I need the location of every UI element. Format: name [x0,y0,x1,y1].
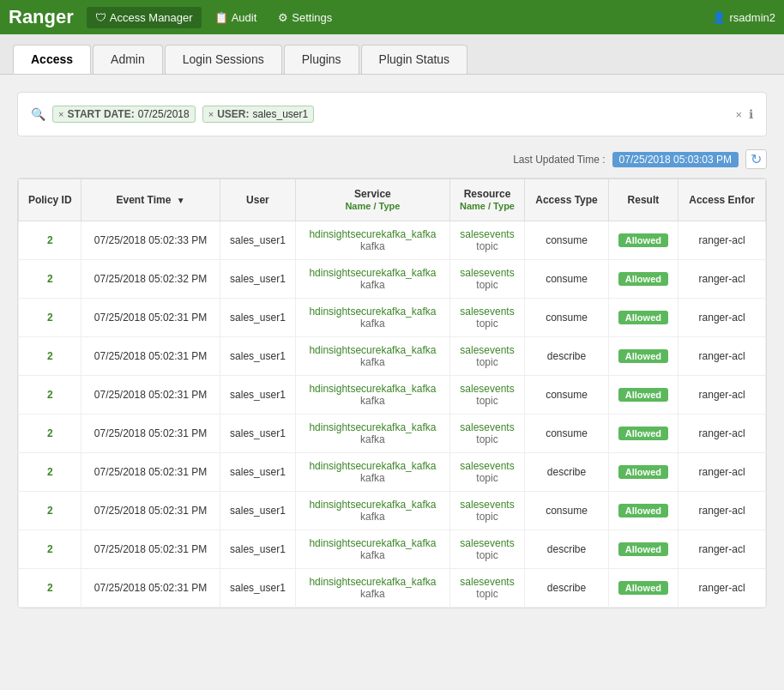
cell-access-type: describe [525,337,608,376]
app-header: Ranger 🛡 Access Manager 📋 Audit ⚙ Settin… [0,0,784,34]
cell-result: Allowed [608,376,678,415]
table-row: 2 07/25/2018 05:02:33 PM sales_user1 hdi… [19,221,766,260]
cell-result: Allowed [608,453,678,492]
cell-event-time: 07/25/2018 05:02:31 PM [81,530,220,569]
cell-event-time: 07/25/2018 05:02:31 PM [81,415,220,453]
cell-service: hdinsightsecurekafka_kafka kafka [296,337,449,376]
remove-start-date[interactable]: × [58,109,63,119]
cell-access-type: consume [525,299,608,337]
cell-resource: salesevents topic [449,337,525,376]
cell-event-time: 07/25/2018 05:02:31 PM [81,492,220,530]
refresh-button[interactable]: ↻ [745,149,767,169]
col-service: Service Name / Type [296,179,449,221]
nav-audit[interactable]: 📋 Audit [206,7,266,28]
cell-result: Allowed [608,260,678,299]
table-row: 2 07/25/2018 05:02:31 PM sales_user1 hdi… [19,530,766,569]
cell-access-enforcer: ranger-acl [678,453,766,492]
col-result: Result [608,179,678,221]
nav-settings[interactable]: ⚙ Settings [269,7,341,28]
table-row: 2 07/25/2018 05:02:31 PM sales_user1 hdi… [19,376,766,415]
cell-access-type: describe [525,569,608,608]
cell-event-time: 07/25/2018 05:02:31 PM [81,569,220,608]
cell-policy-id: 2 [19,415,81,453]
start-date-tag: × START DATE: 07/25/2018 [52,106,196,123]
cell-result: Allowed [608,492,678,530]
clear-search[interactable]: × [735,108,742,121]
cell-result: Allowed [608,337,678,376]
cell-resource: salesevents topic [449,492,525,530]
tabs: Access Admin Login Sessions Plugins Plug… [13,45,771,74]
cell-resource: salesevents topic [449,415,525,453]
cell-user: sales_user1 [220,299,296,337]
search-row: 🔍 × START DATE: 07/25/2018 × USER: sales… [31,106,753,123]
sort-arrow-event-time: ▼ [177,196,185,205]
cell-user: sales_user1 [220,530,296,569]
search-box: 🔍 × START DATE: 07/25/2018 × USER: sales… [17,92,767,136]
cell-policy-id: 2 [19,453,81,492]
cell-user: sales_user1 [220,453,296,492]
cell-resource: salesevents topic [449,453,525,492]
cell-user: sales_user1 [220,221,296,260]
tab-plugin-status[interactable]: Plugin Status [361,45,468,74]
cell-event-time: 07/25/2018 05:02:33 PM [81,221,220,260]
col-event-time[interactable]: Event Time ▼ [81,179,220,221]
col-resource: Resource Name / Type [449,179,525,221]
table-row: 2 07/25/2018 05:02:31 PM sales_user1 hdi… [19,569,766,608]
last-updated-time: 07/25/2018 05:03:03 PM [612,152,739,167]
cell-user: sales_user1 [220,569,296,608]
user-menu[interactable]: 👤 rsadmin2 [712,11,775,24]
cell-event-time: 07/25/2018 05:02:32 PM [81,260,220,299]
cell-event-time: 07/25/2018 05:02:31 PM [81,376,220,415]
cell-service: hdinsightsecurekafka_kafka kafka [296,299,449,337]
audit-table-container: Policy ID Event Time ▼ User Service Name… [17,178,767,608]
cell-result: Allowed [608,569,678,608]
col-user: User [220,179,296,221]
cell-resource: salesevents topic [449,260,525,299]
cell-access-type: consume [525,260,608,299]
cell-access-enforcer: ranger-acl [678,415,766,453]
audit-table: Policy ID Event Time ▼ User Service Name… [18,179,766,608]
tab-access[interactable]: Access [13,45,91,74]
tabs-container: Access Admin Login Sessions Plugins Plug… [0,34,784,75]
cell-service: hdinsightsecurekafka_kafka kafka [296,530,449,569]
table-row: 2 07/25/2018 05:02:31 PM sales_user1 hdi… [19,415,766,453]
col-access-enforcer: Access Enfor [678,179,766,221]
nav-access-manager[interactable]: 🛡 Access Manager [87,7,202,28]
table-row: 2 07/25/2018 05:02:31 PM sales_user1 hdi… [19,299,766,337]
cell-policy-id: 2 [19,492,81,530]
cell-access-enforcer: ranger-acl [678,569,766,608]
cell-policy-id: 2 [19,530,81,569]
cell-event-time: 07/25/2018 05:02:31 PM [81,453,220,492]
cell-result: Allowed [608,221,678,260]
table-row: 2 07/25/2018 05:02:31 PM sales_user1 hdi… [19,492,766,530]
table-header-row: Policy ID Event Time ▼ User Service Name… [19,179,766,221]
main-content: 🔍 × START DATE: 07/25/2018 × USER: sales… [0,75,784,626]
cell-service: hdinsightsecurekafka_kafka kafka [296,415,449,453]
cell-policy-id: 2 [19,260,81,299]
table-row: 2 07/25/2018 05:02:32 PM sales_user1 hdi… [19,260,766,299]
tab-admin[interactable]: Admin [93,45,163,74]
cell-resource: salesevents topic [449,530,525,569]
cell-resource: salesevents topic [449,221,525,260]
cell-access-type: consume [525,492,608,530]
cell-service: hdinsightsecurekafka_kafka kafka [296,376,449,415]
cell-access-type: consume [525,415,608,453]
tab-login-sessions[interactable]: Login Sessions [165,45,282,74]
user-tag: × USER: sales_user1 [202,106,315,123]
cell-policy-id: 2 [19,569,81,608]
cell-result: Allowed [608,299,678,337]
cell-access-enforcer: ranger-acl [678,221,766,260]
tab-plugins[interactable]: Plugins [284,45,359,74]
table-body: 2 07/25/2018 05:02:33 PM sales_user1 hdi… [19,221,766,608]
search-icon: 🔍 [31,107,45,121]
cell-policy-id: 2 [19,337,81,376]
cell-service: hdinsightsecurekafka_kafka kafka [296,492,449,530]
cell-user: sales_user1 [220,337,296,376]
info-icon[interactable]: ℹ [749,107,753,121]
cell-policy-id: 2 [19,376,81,415]
user-icon: 👤 [712,11,726,24]
cell-access-enforcer: ranger-acl [678,299,766,337]
cell-access-enforcer: ranger-acl [678,492,766,530]
remove-user[interactable]: × [208,109,214,119]
audit-icon: 📋 [214,11,228,24]
